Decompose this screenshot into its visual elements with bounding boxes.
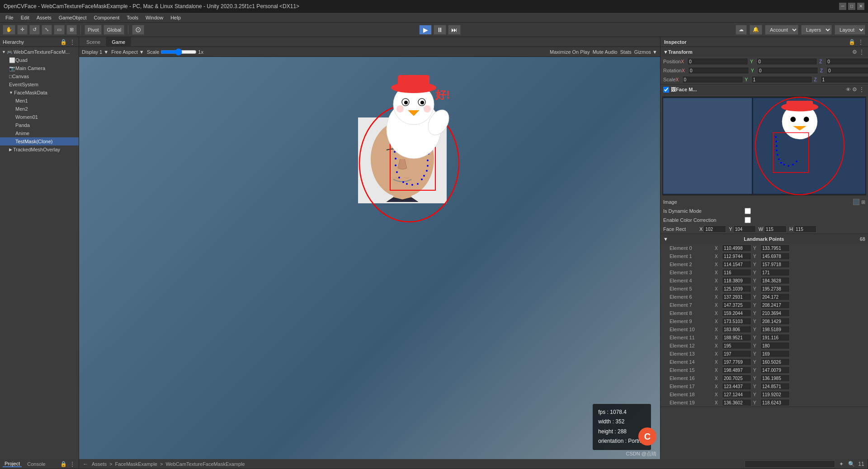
landmark-x-input-5[interactable] bbox=[722, 285, 751, 292]
landmark-x-input-12[interactable] bbox=[722, 342, 751, 349]
face-mask-header[interactable]: 🖼 Face M... 👁 ⚙ ⋮ bbox=[660, 84, 868, 94]
asset-back-button[interactable]: ← bbox=[82, 460, 89, 468]
hierarchy-item-anime[interactable]: Anime bbox=[0, 129, 79, 137]
asset-create-icon[interactable]: ✦ bbox=[838, 460, 845, 468]
transform-header[interactable]: ▼ Transform ⚙ ⋮ bbox=[660, 47, 868, 57]
menu-tools[interactable]: Tools bbox=[123, 14, 142, 21]
play-button[interactable]: ▶ bbox=[419, 25, 432, 35]
is-dynamic-mode-checkbox[interactable] bbox=[745, 208, 751, 214]
scale-y-input[interactable] bbox=[751, 76, 812, 83]
rotation-z-input[interactable] bbox=[826, 67, 868, 74]
landmark-x-input-14[interactable] bbox=[722, 358, 751, 366]
hierarchy-item-men2[interactable]: Men2 bbox=[0, 105, 79, 113]
landmark-y-input-10[interactable] bbox=[760, 326, 790, 333]
inspector-lock-icon[interactable]: 🔒 bbox=[848, 38, 855, 46]
landmark-x-input-0[interactable] bbox=[722, 244, 751, 252]
menu-edit[interactable]: Edit bbox=[17, 14, 33, 21]
landmark-y-input-16[interactable] bbox=[760, 375, 790, 382]
tab-project[interactable]: Project bbox=[3, 461, 22, 467]
landmark-y-input-6[interactable] bbox=[760, 293, 790, 300]
hierarchy-item-quad[interactable]: ⬜ Quad bbox=[0, 56, 79, 64]
transform-all-tool[interactable]: ⊞ bbox=[66, 25, 77, 35]
hierarchy-item-men1[interactable]: Men1 bbox=[0, 97, 79, 105]
transform-settings-icon[interactable]: ⚙ bbox=[851, 48, 858, 56]
landmark-y-input-3[interactable] bbox=[760, 269, 790, 276]
landmark-y-input-18[interactable] bbox=[760, 391, 790, 398]
breadcrumb-assets[interactable]: Assets bbox=[92, 461, 107, 467]
scale-control[interactable]: Scale 1x bbox=[147, 48, 203, 56]
landmark-y-input-4[interactable] bbox=[760, 277, 790, 284]
landmark-x-input-13[interactable] bbox=[722, 350, 751, 357]
layers-dropdown[interactable]: Layers bbox=[801, 25, 832, 35]
pause-button[interactable]: ⏸ bbox=[434, 25, 446, 35]
hierarchy-item-women01[interactable]: Women01 bbox=[0, 113, 79, 121]
breadcrumb-webcam[interactable]: WebCamTextureFaceMaskExample bbox=[165, 461, 245, 467]
inspector-menu-icon[interactable]: ⋮ bbox=[857, 38, 864, 46]
stats-button[interactable]: Stats bbox=[620, 49, 632, 55]
hierarchy-lock-icon[interactable]: 🔒 bbox=[60, 38, 67, 46]
menu-assets[interactable]: Assets bbox=[33, 14, 55, 21]
landmark-x-input-16[interactable] bbox=[722, 375, 751, 382]
landmark-y-input-11[interactable] bbox=[760, 334, 790, 341]
landmark-x-input-3[interactable] bbox=[722, 269, 751, 276]
layout-dropdown[interactable]: Layout bbox=[835, 25, 865, 35]
display-selector[interactable]: Display 1 ▼ bbox=[82, 49, 108, 55]
minimize-button[interactable]: ─ bbox=[839, 3, 846, 10]
landmark-y-input-12[interactable] bbox=[760, 342, 790, 349]
scale-x-input[interactable] bbox=[682, 76, 743, 83]
transform-scale-tool[interactable]: ⤡ bbox=[42, 25, 52, 35]
breadcrumb-facemask[interactable]: FaceMaskExample bbox=[115, 461, 157, 467]
landmark-x-input-10[interactable] bbox=[722, 326, 751, 333]
global-button[interactable]: Global bbox=[104, 25, 124, 35]
landmark-y-input-0[interactable] bbox=[760, 244, 790, 252]
rotation-y-input[interactable] bbox=[757, 67, 818, 74]
hierarchy-item-trackedmesh[interactable]: ▶ TrackedMeshOverlay bbox=[0, 145, 79, 154]
hierarchy-menu-icon[interactable]: ⋮ bbox=[69, 38, 76, 46]
landmark-x-input-15[interactable] bbox=[722, 366, 751, 374]
hierarchy-item-testmask[interactable]: TestMask(Clone) bbox=[0, 137, 79, 145]
face-mask-settings-icon[interactable]: ⚙ bbox=[851, 86, 858, 93]
landmark-y-input-2[interactable] bbox=[760, 261, 790, 268]
landmark-y-input-17[interactable] bbox=[760, 383, 790, 390]
landmark-y-input-13[interactable] bbox=[760, 350, 790, 357]
landmark-y-input-7[interactable] bbox=[760, 301, 790, 309]
landmark-x-input-8[interactable] bbox=[722, 310, 751, 317]
unity-logo[interactable]: ⊙ bbox=[132, 25, 144, 35]
menu-help[interactable]: Help bbox=[167, 14, 184, 21]
landmark-y-input-8[interactable] bbox=[760, 310, 790, 317]
face-mask-menu-icon[interactable]: ⋮ bbox=[858, 86, 865, 93]
asset-search-icon[interactable]: 🔍 bbox=[848, 460, 855, 468]
menu-window[interactable]: Window bbox=[142, 14, 167, 21]
landmark-x-input-9[interactable] bbox=[722, 318, 751, 325]
face-rect-y-input[interactable] bbox=[733, 225, 756, 233]
face-rect-h-input[interactable] bbox=[794, 225, 816, 233]
landmark-y-input-5[interactable] bbox=[760, 285, 790, 292]
position-y-input[interactable] bbox=[756, 58, 817, 65]
menu-file[interactable]: File bbox=[2, 14, 17, 21]
transform-menu-icon[interactable]: ⋮ bbox=[858, 48, 865, 56]
hierarchy-item-panda[interactable]: Panda bbox=[0, 121, 79, 129]
landmark-x-input-11[interactable] bbox=[722, 334, 751, 341]
cloud-button[interactable]: ☁ bbox=[736, 25, 747, 35]
face-mask-enabled-checkbox[interactable] bbox=[663, 87, 669, 93]
tab-scene[interactable]: Scene bbox=[81, 37, 106, 47]
transform-move-tool[interactable]: ✛ bbox=[17, 25, 28, 35]
face-rect-w-input[interactable] bbox=[764, 225, 787, 233]
hierarchy-item-maincamera[interactable]: 📷 Main Camera bbox=[0, 64, 79, 72]
landmark-x-input-1[interactable] bbox=[722, 253, 751, 260]
scale-z-input[interactable] bbox=[821, 76, 868, 83]
landmark-y-input-9[interactable] bbox=[760, 318, 790, 325]
transform-rect-tool[interactable]: ▭ bbox=[54, 25, 65, 35]
tab-game[interactable]: Game bbox=[106, 37, 131, 47]
bottom-left-menu-icon[interactable]: ⋮ bbox=[69, 460, 76, 468]
face-rect-x-input[interactable] bbox=[703, 225, 726, 233]
maximize-button[interactable]: □ bbox=[848, 3, 855, 10]
csdn-icon[interactable]: C bbox=[638, 427, 656, 446]
landmark-x-input-19[interactable] bbox=[722, 399, 751, 406]
hierarchy-item-eventsystem[interactable]: EventSystem bbox=[0, 80, 79, 89]
transform-rotate-tool[interactable]: ↺ bbox=[29, 25, 40, 35]
position-z-input[interactable] bbox=[826, 58, 868, 65]
hierarchy-item-canvas[interactable]: □ Canvas bbox=[0, 72, 79, 80]
mute-audio[interactable]: Mute Audio bbox=[593, 49, 618, 55]
landmark-x-input-17[interactable] bbox=[722, 383, 751, 390]
